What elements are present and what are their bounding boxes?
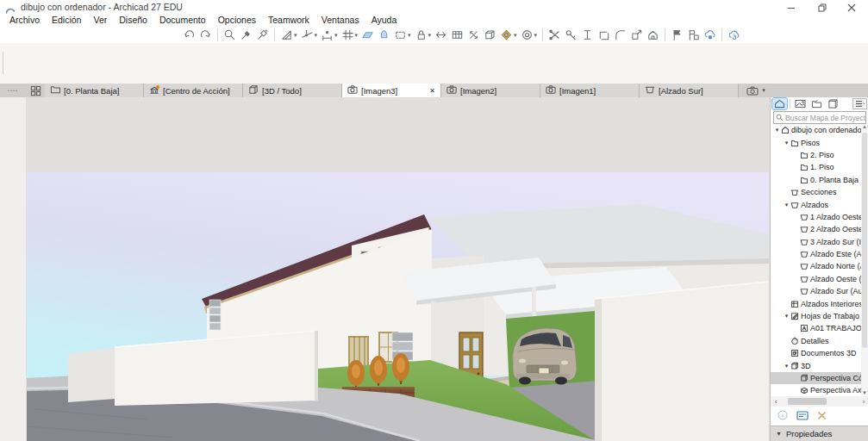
tab-overflow-icon[interactable]: ▾ <box>740 84 771 97</box>
index-card-icon[interactable] <box>796 408 809 424</box>
transform-icon[interactable] <box>433 27 449 43</box>
dimensions-table-icon[interactable] <box>449 27 465 43</box>
tree-horizontal-scrollbar[interactable]: ‹ › <box>771 396 868 407</box>
tab-3d-todo[interactable]: [3D / Todo] <box>243 84 342 97</box>
pickup-parameters-icon[interactable] <box>238 27 254 43</box>
snap-guides-icon[interactable]: ▾ <box>299 27 320 43</box>
close-tab-icon[interactable]: ✕ <box>429 87 435 95</box>
tree-item-alzado-norte-auto[interactable]: Alzado Norte (Auto- <box>771 260 862 272</box>
stretch-icon[interactable] <box>465 27 482 43</box>
properties-panel-header[interactable]: ▼ Propiedades <box>771 425 868 441</box>
tab-imagen3[interactable]: [Imagen3]✕ <box>342 84 441 97</box>
adjust-icon[interactable] <box>563 27 579 43</box>
pen-set-icon[interactable]: ▾ <box>519 27 540 43</box>
guide-lines-icon[interactable]: ▾ <box>278 27 299 43</box>
gravity-icon[interactable] <box>376 27 392 43</box>
marquee-icon[interactable]: ▾ <box>392 27 413 43</box>
menu-ayuda[interactable]: Ayuda <box>365 15 403 26</box>
scroll-left-icon[interactable]: ‹ <box>771 398 781 406</box>
view-map-icon[interactable] <box>793 98 808 109</box>
suspend-groups-icon[interactable]: ▾ <box>413 27 434 43</box>
tree-item-secciones[interactable]: Secciones <box>771 186 862 198</box>
snap-points-icon[interactable]: ▾ <box>319 27 340 43</box>
resize-icon[interactable] <box>628 27 645 43</box>
expander-open-icon[interactable]: ▾ <box>783 202 790 208</box>
tree-item-3-alzado-sur-indepe[interactable]: 3 Alzado Sur (Indepe <box>771 236 862 248</box>
tree-item-2-piso[interactable]: 2. Piso <box>771 149 862 161</box>
menu-opciones[interactable]: Opciones <box>212 15 262 26</box>
scroll-right-icon[interactable]: › <box>859 398 868 406</box>
tree-item-hojas-de-trabajo[interactable]: ▾Hojas de Trabajo <box>771 310 862 322</box>
menu-documento[interactable]: Documento <box>153 15 212 26</box>
minimize-icon[interactable] <box>777 0 806 15</box>
undo-icon[interactable] <box>181 27 197 43</box>
tree-item-a01-trabajo-fina[interactable]: A01 TRABAJO FINA <box>771 322 862 334</box>
menu-teamwork[interactable]: Teamwork <box>262 15 315 26</box>
tree-item-alzado-sur-auto-re[interactable]: Alzado Sur (Auto-Re <box>771 285 862 297</box>
tree-item-2-alzado-oeste-inde[interactable]: 2 Alzado Oeste (Inde <box>771 223 862 235</box>
trim-icon[interactable] <box>579 27 596 43</box>
tree-item-alzados[interactable]: ▾Alzados <box>771 198 862 210</box>
split-icon[interactable] <box>546 27 563 43</box>
tree-item-alzados-interiores[interactable]: Alzados Interiores <box>771 297 862 309</box>
expander-open-icon[interactable]: ▾ <box>773 127 781 134</box>
modify-box-icon[interactable] <box>482 27 498 43</box>
render-viewport[interactable] <box>26 97 770 441</box>
panel-menu-icon[interactable] <box>852 98 867 109</box>
expander-open-icon[interactable]: ▾ <box>783 363 790 370</box>
tab-imagen1[interactable]: [Imagen1] <box>540 84 640 97</box>
project-map-icon[interactable] <box>772 98 787 109</box>
home-story-icon[interactable] <box>645 27 661 43</box>
dock-handle[interactable] <box>3 52 3 74</box>
flag-icon[interactable] <box>669 27 685 43</box>
tree-item-dibujo-con-ordenador[interactable]: ▾dibujo con ordenador <box>771 124 862 136</box>
close-icon[interactable] <box>837 0 866 15</box>
hscroll-thumb[interactable] <box>788 398 827 405</box>
search-input[interactable] <box>785 114 865 122</box>
tree-item-perspectiva-axonom[interactable]: Perspectiva Axonom <box>771 384 862 395</box>
menu-edicion[interactable]: Edición <box>46 15 87 26</box>
project-map-search[interactable] <box>773 111 866 124</box>
info-icon[interactable] <box>777 408 788 424</box>
delete-icon[interactable] <box>817 408 827 424</box>
expander-open-icon[interactable]: ▾ <box>783 313 790 320</box>
tree-item-perspectiva-conica[interactable]: Perspectiva Cónica <box>771 372 862 384</box>
publisher-icon[interactable] <box>826 98 840 109</box>
tab-0-planta-baja[interactable]: [0. Planta Baja] <box>45 84 144 97</box>
menu-archivo[interactable]: Archivo <box>3 15 46 26</box>
menu-ventanas[interactable]: Ventanas <box>315 15 365 26</box>
tree-item-3d[interactable]: ▾3D <box>771 359 862 371</box>
fillet-icon[interactable] <box>612 27 628 43</box>
cloud-box-icon[interactable] <box>702 27 718 43</box>
intersect-icon[interactable] <box>596 27 612 43</box>
cloud-sync-icon[interactable] <box>726 27 742 43</box>
grid-snap-icon[interactable]: ▾ <box>340 27 360 43</box>
flag-paste-icon[interactable] <box>685 27 702 43</box>
tabbar-drag-handle[interactable]: •••• <box>0 84 26 97</box>
scroll-up-icon[interactable]: ▲ <box>861 124 868 129</box>
tree-item-1-alzado-oeste-inde[interactable]: 1 Alzado Oeste (Inde <box>771 211 862 223</box>
tree-item-pisos[interactable]: ▾Pisos <box>771 136 862 148</box>
tree-item-documentos-3d[interactable]: Documentos 3D <box>771 347 862 359</box>
expander-open-icon[interactable]: ▾ <box>783 140 790 146</box>
tab-imagen2[interactable]: [Imagen2] <box>441 84 540 97</box>
menu-diseno[interactable]: Diseño <box>113 15 153 26</box>
tree-item-alzado-oeste-auto[interactable]: Alzado Oeste (Auto- <box>771 273 862 285</box>
restore-icon[interactable] <box>808 0 837 15</box>
tree-vertical-scrollbar[interactable]: ▲ ▼ <box>861 124 868 395</box>
inject-parameters-icon[interactable] <box>254 27 271 43</box>
layout-book-icon[interactable] <box>809 98 824 109</box>
tree-item-1-piso[interactable]: 1. Piso <box>771 161 862 173</box>
quick-layout-icon[interactable] <box>26 84 45 97</box>
menu-ver[interactable]: Ver <box>87 15 113 26</box>
redo-icon[interactable] <box>197 27 214 43</box>
tab-alzado-sur[interactable]: [Alzado Sur] <box>640 84 739 97</box>
zoom-selection-icon[interactable] <box>222 27 238 43</box>
editing-plane-icon[interactable] <box>359 27 376 43</box>
tree-item-alzado-este-auto-r[interactable]: Alzado Este (Auto-R <box>771 248 862 260</box>
tree-item-0-planta-baja[interactable]: 0. Planta Baja <box>771 174 862 186</box>
scroll-down-icon[interactable]: ▼ <box>861 390 868 395</box>
tree-item-detalles[interactable]: Detalles <box>771 335 862 347</box>
renovation-filter-icon[interactable]: ▾ <box>498 27 519 43</box>
tab-centro-de-acción[interactable]: [Centro de Acción] <box>144 84 243 97</box>
